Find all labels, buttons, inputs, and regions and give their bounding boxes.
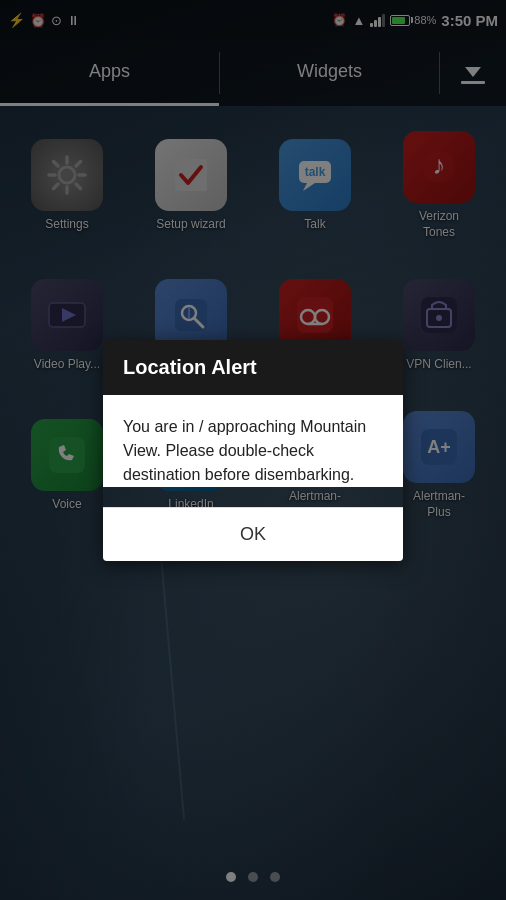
location-alert-modal: Location Alert You are in / approaching … <box>103 340 403 561</box>
modal-title-bar: Location Alert <box>103 340 403 395</box>
modal-ok-button[interactable]: OK <box>103 508 403 561</box>
modal-body: You are in / approaching Mountain View. … <box>103 395 403 487</box>
modal-footer: OK <box>103 507 403 561</box>
modal-overlay: Location Alert You are in / approaching … <box>0 0 506 900</box>
modal-title: Location Alert <box>123 356 257 378</box>
modal-message: You are in / approaching Mountain View. … <box>123 415 383 487</box>
